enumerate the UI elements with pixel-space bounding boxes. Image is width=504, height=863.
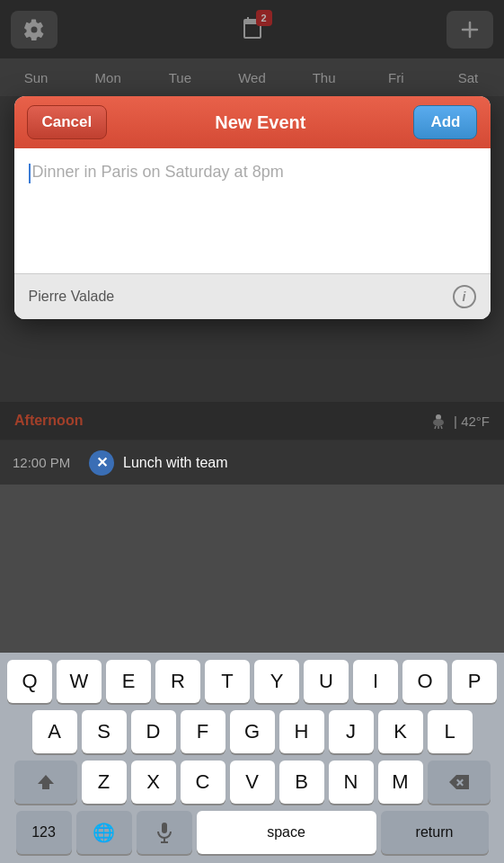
svg-marker-7 (38, 775, 54, 789)
event-input-area[interactable]: Dinner in Paris on Saturday at 8pm (14, 148, 491, 274)
svg-rect-8 (162, 823, 167, 833)
key-c[interactable]: C (181, 761, 225, 804)
event-icon: ✕ (89, 450, 114, 476)
backspace-icon (448, 774, 470, 790)
add-event-button[interactable]: Add (413, 105, 477, 139)
space-key[interactable]: space (197, 811, 376, 854)
key-t[interactable]: T (205, 660, 250, 703)
key-h[interactable]: H (279, 710, 324, 753)
key-x[interactable]: X (131, 761, 176, 804)
keyboard-row-4: 123 🌐 space return (4, 811, 500, 854)
event-title: Lunch with team (123, 455, 228, 471)
shift-icon (36, 772, 56, 792)
shift-key[interactable] (14, 761, 77, 804)
event-row[interactable]: 12:00 PM ✕ Lunch with team (0, 440, 504, 485)
modal-author: Pierre Valade (29, 289, 115, 305)
key-s[interactable]: S (82, 710, 127, 753)
modal-title: New Event (215, 112, 305, 133)
key-q[interactable]: Q (7, 660, 52, 703)
key-u[interactable]: U (304, 660, 349, 703)
info-button[interactable]: i (453, 285, 476, 308)
key-l[interactable]: L (428, 710, 473, 753)
backspace-key[interactable] (428, 761, 491, 804)
keyboard-row-1: Q W E R T Y U I O P (4, 660, 500, 703)
modal-footer: Pierre Valade i (14, 274, 491, 319)
event-time: 12:00 PM (13, 455, 80, 470)
key-n[interactable]: N (329, 761, 374, 804)
keyboard-row-2: A S D F G H J K L (4, 710, 500, 753)
key-a[interactable]: A (32, 710, 77, 753)
key-k[interactable]: K (378, 710, 423, 753)
key-p[interactable]: P (452, 660, 497, 703)
modal-header: Cancel New Event Add (14, 96, 491, 148)
key-z[interactable]: Z (82, 761, 127, 804)
globe-key[interactable]: 🌐 (76, 811, 132, 854)
key-j[interactable]: J (329, 710, 374, 753)
key-b[interactable]: B (279, 761, 324, 804)
event-placeholder: Dinner in Paris on Saturday at 8pm (32, 163, 284, 181)
key-w[interactable]: W (57, 660, 102, 703)
microphone-icon (155, 822, 173, 843)
key-g[interactable]: G (230, 710, 275, 753)
modal-body: Dinner in Paris on Saturday at 8pm Pierr… (14, 148, 491, 319)
key-f[interactable]: F (181, 710, 225, 753)
microphone-key[interactable] (137, 811, 192, 854)
key-m[interactable]: M (378, 761, 423, 804)
text-cursor (29, 164, 31, 183)
key-r[interactable]: R (155, 660, 200, 703)
key-d[interactable]: D (131, 710, 176, 753)
modal-overlay: Cancel New Event Add Dinner in Paris on … (0, 0, 504, 440)
keyboard: Q W E R T Y U I O P A S D F G H J K L Z … (0, 653, 504, 863)
key-i[interactable]: I (353, 660, 398, 703)
return-key[interactable]: return (381, 811, 489, 854)
numbers-key[interactable]: 123 (16, 811, 72, 854)
new-event-modal: Cancel New Event Add Dinner in Paris on … (14, 96, 491, 319)
key-o[interactable]: O (402, 660, 447, 703)
keyboard-row-3: Z X C V B N M (4, 761, 500, 804)
key-y[interactable]: Y (254, 660, 299, 703)
key-e[interactable]: E (106, 660, 151, 703)
cancel-button[interactable]: Cancel (27, 105, 108, 139)
key-v[interactable]: V (230, 761, 275, 804)
